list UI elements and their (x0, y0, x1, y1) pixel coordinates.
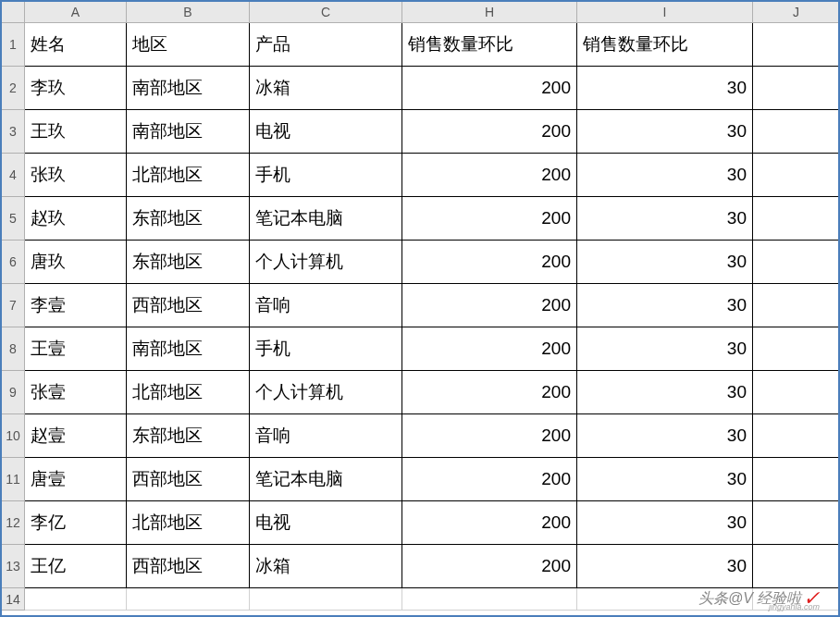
cell-h1[interactable]: 销售数量环比 (402, 23, 577, 67)
cell-i2[interactable]: 30 (577, 67, 753, 110)
cell-j10[interactable] (753, 414, 840, 458)
cell-j7[interactable] (753, 284, 840, 327)
cell-h13[interactable]: 200 (402, 545, 577, 588)
row-header-6[interactable]: 6 (2, 241, 25, 284)
cell-a5[interactable]: 赵玖 (25, 197, 127, 241)
col-header-c[interactable]: C (250, 2, 402, 23)
row-header-4[interactable]: 4 (2, 154, 25, 197)
cell-i9[interactable]: 30 (577, 371, 753, 414)
cell-i13[interactable]: 30 (577, 545, 753, 588)
cell-b12[interactable]: 北部地区 (127, 501, 250, 545)
cell-c14[interactable] (250, 588, 402, 611)
cell-i12[interactable]: 30 (577, 501, 753, 545)
cell-j1[interactable] (753, 23, 840, 67)
cell-c8[interactable]: 手机 (250, 327, 402, 371)
cell-a14[interactable] (25, 588, 127, 611)
cell-h6[interactable]: 200 (402, 241, 577, 284)
col-header-j[interactable]: J (753, 2, 840, 23)
cell-j2[interactable] (753, 67, 840, 110)
col-header-a[interactable]: A (25, 2, 127, 23)
cell-b4[interactable]: 北部地区 (127, 154, 250, 197)
cell-h10[interactable]: 200 (402, 414, 577, 458)
cell-a9[interactable]: 张壹 (25, 371, 127, 414)
cell-b6[interactable]: 东部地区 (127, 241, 250, 284)
corner-cell[interactable] (2, 2, 25, 23)
cell-a13[interactable]: 王亿 (25, 545, 127, 588)
col-header-h[interactable]: H (402, 2, 577, 23)
cell-c12[interactable]: 电视 (250, 501, 402, 545)
cell-b11[interactable]: 西部地区 (127, 458, 250, 501)
cell-b2[interactable]: 南部地区 (127, 67, 250, 110)
row-header-3[interactable]: 3 (2, 110, 25, 154)
cell-h7[interactable]: 200 (402, 284, 577, 327)
cell-j4[interactable] (753, 154, 840, 197)
cell-c3[interactable]: 电视 (250, 110, 402, 154)
cell-c7[interactable]: 音响 (250, 284, 402, 327)
cell-j9[interactable] (753, 371, 840, 414)
row-header-12[interactable]: 12 (2, 501, 25, 545)
row-header-2[interactable]: 2 (2, 67, 25, 110)
cell-a2[interactable]: 李玖 (25, 67, 127, 110)
cell-j12[interactable] (753, 501, 840, 545)
cell-j13[interactable] (753, 545, 840, 588)
cell-b3[interactable]: 南部地区 (127, 110, 250, 154)
cell-i8[interactable]: 30 (577, 327, 753, 371)
cell-j11[interactable] (753, 458, 840, 501)
cell-a4[interactable]: 张玖 (25, 154, 127, 197)
cell-a7[interactable]: 李壹 (25, 284, 127, 327)
cell-c4[interactable]: 手机 (250, 154, 402, 197)
cell-c13[interactable]: 冰箱 (250, 545, 402, 588)
cell-i3[interactable]: 30 (577, 110, 753, 154)
cell-h12[interactable]: 200 (402, 501, 577, 545)
row-header-10[interactable]: 10 (2, 414, 25, 458)
row-header-11[interactable]: 11 (2, 458, 25, 501)
row-header-13[interactable]: 13 (2, 545, 25, 588)
cell-a8[interactable]: 王壹 (25, 327, 127, 371)
cell-h4[interactable]: 200 (402, 154, 577, 197)
cell-a1[interactable]: 姓名 (25, 23, 127, 67)
cell-i11[interactable]: 30 (577, 458, 753, 501)
col-header-i[interactable]: I (577, 2, 753, 23)
spreadsheet-grid[interactable]: A B C H I J 1 姓名 地区 产品 销售数量环比 销售数量环比 2 李… (2, 2, 838, 611)
cell-c10[interactable]: 音响 (250, 414, 402, 458)
cell-h5[interactable]: 200 (402, 197, 577, 241)
cell-a10[interactable]: 赵壹 (25, 414, 127, 458)
cell-c6[interactable]: 个人计算机 (250, 241, 402, 284)
cell-h11[interactable]: 200 (402, 458, 577, 501)
cell-a11[interactable]: 唐壹 (25, 458, 127, 501)
row-header-14[interactable]: 14 (2, 588, 25, 611)
cell-c1[interactable]: 产品 (250, 23, 402, 67)
cell-h3[interactable]: 200 (402, 110, 577, 154)
cell-c2[interactable]: 冰箱 (250, 67, 402, 110)
cell-c9[interactable]: 个人计算机 (250, 371, 402, 414)
cell-j8[interactable] (753, 327, 840, 371)
cell-i6[interactable]: 30 (577, 241, 753, 284)
cell-b9[interactable]: 北部地区 (127, 371, 250, 414)
cell-b8[interactable]: 南部地区 (127, 327, 250, 371)
cell-h9[interactable]: 200 (402, 371, 577, 414)
cell-i7[interactable]: 30 (577, 284, 753, 327)
cell-j5[interactable] (753, 197, 840, 241)
cell-h14[interactable] (402, 588, 577, 611)
cell-b13[interactable]: 西部地区 (127, 545, 250, 588)
row-header-9[interactable]: 9 (2, 371, 25, 414)
cell-b7[interactable]: 西部地区 (127, 284, 250, 327)
cell-j3[interactable] (753, 110, 840, 154)
row-header-7[interactable]: 7 (2, 284, 25, 327)
cell-c11[interactable]: 笔记本电脑 (250, 458, 402, 501)
row-header-5[interactable]: 5 (2, 197, 25, 241)
cell-a12[interactable]: 李亿 (25, 501, 127, 545)
cell-a6[interactable]: 唐玖 (25, 241, 127, 284)
col-header-b[interactable]: B (127, 2, 250, 23)
cell-i10[interactable]: 30 (577, 414, 753, 458)
cell-i5[interactable]: 30 (577, 197, 753, 241)
cell-b5[interactable]: 东部地区 (127, 197, 250, 241)
cell-c5[interactable]: 笔记本电脑 (250, 197, 402, 241)
cell-b1[interactable]: 地区 (127, 23, 250, 67)
cell-i1[interactable]: 销售数量环比 (577, 23, 753, 67)
row-header-8[interactable]: 8 (2, 327, 25, 371)
cell-h2[interactable]: 200 (402, 67, 577, 110)
cell-i4[interactable]: 30 (577, 154, 753, 197)
cell-j6[interactable] (753, 241, 840, 284)
cell-b14[interactable] (127, 588, 250, 611)
